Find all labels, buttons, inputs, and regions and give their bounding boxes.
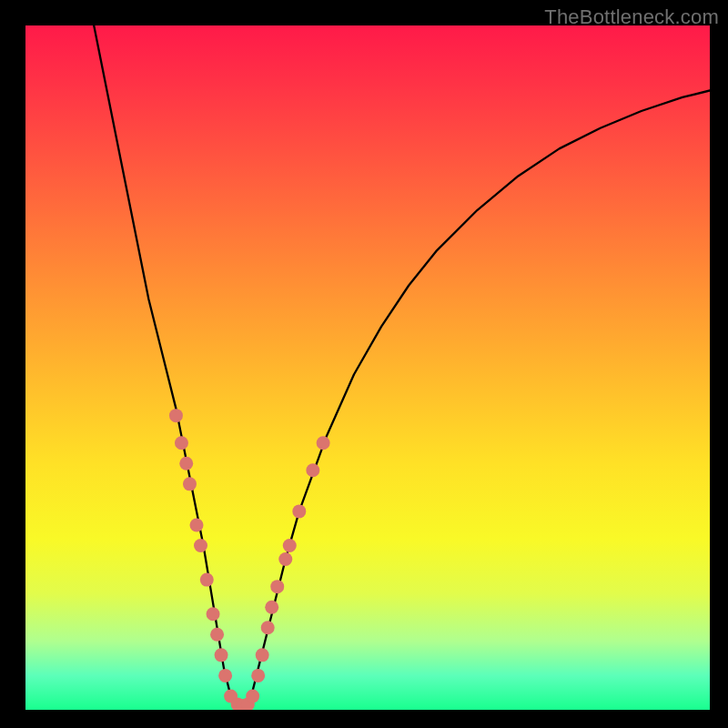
data-point — [207, 607, 220, 621]
data-point — [183, 477, 197, 490]
data-point — [265, 601, 278, 614]
data-point — [215, 648, 228, 662]
data-point — [210, 628, 224, 642]
chart-svg — [25, 25, 710, 710]
data-point — [261, 621, 275, 634]
data-point — [251, 669, 265, 682]
data-point — [317, 436, 330, 450]
data-point — [270, 580, 284, 593]
marker-group — [169, 409, 330, 710]
data-point — [175, 436, 188, 450]
watermark-text: TheBottleneck.com — [544, 5, 719, 29]
data-point — [306, 463, 319, 477]
data-point — [190, 518, 204, 531]
bottleneck-curve — [94, 25, 710, 705]
data-point — [256, 648, 269, 662]
plot-area — [25, 25, 710, 710]
data-point — [246, 689, 259, 703]
data-point — [218, 669, 232, 682]
data-point — [283, 539, 297, 552]
data-point — [292, 504, 306, 518]
data-point — [278, 552, 292, 566]
data-point — [200, 573, 214, 587]
data-point — [179, 457, 193, 470]
data-point — [169, 409, 183, 422]
data-point — [194, 539, 207, 552]
